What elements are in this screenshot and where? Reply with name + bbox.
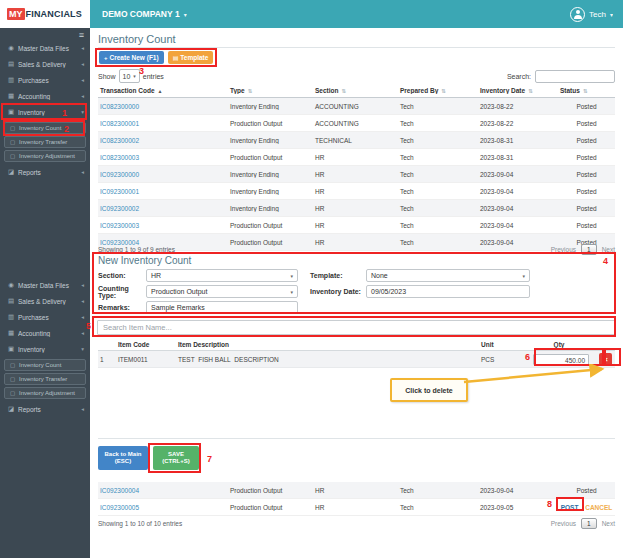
table-row: IC092300001 Inventory Ending HR Tech 202… bbox=[98, 183, 615, 200]
inventory-date-cell: 2023-08-31 bbox=[478, 154, 558, 161]
section-select[interactable]: HR ▾ bbox=[146, 269, 298, 282]
sidebar-item[interactable]: ▢ Inventory Count bbox=[4, 359, 86, 371]
sidebar-item-icon: ◪ bbox=[7, 168, 15, 176]
pagination-previous[interactable]: Previous bbox=[551, 520, 576, 527]
counting-type-select[interactable]: Production Output ▾ bbox=[146, 285, 298, 298]
section-cell: ACCOUNTING bbox=[313, 120, 398, 127]
column-header-inventory-date[interactable]: Inventory Date ⇅ bbox=[478, 87, 558, 94]
form-row: Section: HR ▾ Template: None ▾ bbox=[98, 269, 615, 282]
inventory-date-input[interactable]: 09/05/2023 bbox=[366, 285, 530, 298]
table-row: IC092300000 Inventory Ending HR Tech 202… bbox=[98, 166, 615, 183]
transaction-code-link[interactable]: IC092300003 bbox=[100, 222, 139, 229]
sidebar-item[interactable]: ◉ Master Data Files ◂ bbox=[0, 277, 90, 293]
page-length-select[interactable]: 10 ▾ bbox=[119, 69, 140, 83]
table-body: IC082300000 Inventory Ending ACCOUNTING … bbox=[98, 98, 615, 251]
section-cell: HR bbox=[313, 154, 398, 161]
top-navbar: DEMO COMPANY 1 ▾ Tech ▾ bbox=[90, 0, 623, 28]
sidebar-item-icon: ◉ bbox=[7, 281, 15, 289]
type-cell: Inventory Ending bbox=[228, 103, 313, 110]
sidebar-item[interactable]: ▣ Inventory ▾ bbox=[0, 341, 90, 357]
app-window: MY FINANCIALS DEMO COMPANY 1 ▾ Tech ▾ ≡ … bbox=[0, 0, 623, 558]
column-header-section[interactable]: Section ⇅ bbox=[313, 87, 398, 94]
chevron-icon: ◂ bbox=[81, 45, 84, 51]
inventory-date-label: Inventory Date: bbox=[310, 288, 366, 295]
section-cell: ACCOUNTING bbox=[313, 103, 398, 110]
transaction-code-link[interactable]: IC082300003 bbox=[100, 154, 139, 161]
sidebar-item-label: Inventory Count bbox=[19, 125, 78, 131]
sidebar-item-icon: ▢ bbox=[9, 376, 16, 382]
post-link[interactable]: POST bbox=[561, 504, 579, 511]
sidebar-item-icon: ◉ bbox=[7, 44, 15, 52]
create-new-button[interactable]: + Create New (F1) bbox=[99, 51, 164, 64]
sidebar-item[interactable]: ◪ Reports ◂ bbox=[0, 164, 90, 180]
transaction-code-link[interactable]: IC092300001 bbox=[100, 188, 139, 195]
page-title: Inventory Count bbox=[98, 33, 176, 45]
sidebar-item[interactable]: ▥ Purchases ◂ bbox=[0, 72, 90, 88]
sidebar-item[interactable]: ▢ Inventory Count bbox=[4, 122, 86, 134]
transaction-code-link[interactable]: IC092300004 bbox=[100, 487, 139, 494]
column-header-type[interactable]: Type ⇅ bbox=[228, 87, 313, 94]
sidebar-item-label: Inventory bbox=[18, 109, 78, 116]
item-description-header: Item Description bbox=[176, 341, 479, 348]
company-menu[interactable]: DEMO COMPANY 1 ▾ bbox=[102, 9, 187, 19]
transaction-code-link[interactable]: IC092300005 bbox=[100, 504, 139, 511]
counting-type-value: Production Output bbox=[151, 288, 207, 295]
sidebar-item-icon: ▢ bbox=[9, 125, 16, 131]
entries-label: entries bbox=[143, 73, 164, 80]
sidebar-item[interactable]: ◪ Reports ◂ bbox=[0, 401, 90, 417]
app-logo[interactable]: MY FINANCIALS bbox=[0, 0, 90, 28]
sidebar-item[interactable]: ▢ Inventory Transfer bbox=[4, 373, 86, 385]
actions-cell: × bbox=[597, 353, 615, 366]
transaction-code-link[interactable]: IC092300000 bbox=[100, 171, 139, 178]
transaction-code-link[interactable]: IC082300000 bbox=[100, 103, 139, 110]
sidebar: ≡ ◉ Master Data Files ◂ ▤ Sales & Delive… bbox=[0, 28, 90, 558]
pagination-previous[interactable]: Previous bbox=[551, 246, 576, 253]
delete-item-button[interactable]: × bbox=[599, 353, 612, 366]
template-select[interactable]: None ▾ bbox=[366, 269, 530, 282]
item-code-header: Item Code bbox=[116, 341, 176, 348]
sidebar-toggle-icon[interactable]: ≡ bbox=[79, 30, 84, 40]
pagination-page-1[interactable]: 1 bbox=[581, 244, 597, 255]
unit-header: Unit bbox=[479, 341, 521, 348]
column-label: Type bbox=[230, 87, 245, 94]
sidebar-item[interactable]: ▢ Inventory Adjustment bbox=[4, 387, 86, 399]
inventory-date-cell: 2023-09-04 bbox=[478, 222, 558, 229]
remarks-input[interactable]: Sample Remarks bbox=[146, 301, 298, 314]
sidebar-item[interactable]: ▣ Inventory ▾ bbox=[0, 104, 90, 120]
section-cell: HR bbox=[313, 487, 398, 494]
template-value: None bbox=[371, 272, 388, 279]
search-input[interactable] bbox=[535, 70, 615, 83]
cancel-link[interactable]: CANCEL bbox=[585, 504, 612, 511]
sidebar-item[interactable]: ▢ Inventory Adjustment bbox=[4, 150, 86, 162]
sidebar-item[interactable]: ▦ Accounting ◂ bbox=[0, 325, 90, 341]
sidebar-item-icon: ▥ bbox=[7, 76, 15, 84]
sidebar-item-icon: ▦ bbox=[7, 92, 15, 100]
pagination-next[interactable]: Next bbox=[602, 246, 615, 253]
qty-cell: 450.00 bbox=[521, 354, 597, 365]
transaction-code-link[interactable]: IC082300002 bbox=[100, 137, 139, 144]
column-header-transaction-code[interactable]: Transaction Code ▲ bbox=[98, 87, 228, 94]
document-icon: ▤ bbox=[173, 54, 179, 61]
qty-input[interactable]: 450.00 bbox=[533, 354, 589, 365]
transaction-code-link[interactable]: IC082300001 bbox=[100, 120, 139, 127]
table-header-row: Transaction Code ▲ Type ⇅ Section ⇅ Prep… bbox=[98, 84, 615, 98]
sidebar-item-label: Master Data Files bbox=[18, 45, 78, 52]
save-button[interactable]: SAVE (CTRL+S) bbox=[153, 446, 199, 470]
sidebar-item[interactable]: ▢ Inventory Transfer bbox=[4, 136, 86, 148]
template-button[interactable]: ▤ Template bbox=[168, 51, 214, 64]
sidebar-item[interactable]: ▤ Sales & Delivery ◂ bbox=[0, 293, 90, 309]
pagination-page-1[interactable]: 1 bbox=[581, 518, 597, 529]
sidebar-item[interactable]: ▤ Sales & Delivery ◂ bbox=[0, 56, 90, 72]
item-search-input[interactable] bbox=[97, 320, 615, 335]
user-menu[interactable]: Tech ▾ bbox=[570, 7, 613, 22]
transaction-code-link[interactable]: IC092300002 bbox=[100, 205, 139, 212]
sidebar-item[interactable]: ▦ Accounting ◂ bbox=[0, 88, 90, 104]
sidebar-item[interactable]: ◉ Master Data Files ◂ bbox=[0, 40, 90, 56]
sort-icon: ⇅ bbox=[583, 88, 588, 94]
chevron-icon: ◂ bbox=[81, 330, 84, 336]
back-to-main-button[interactable]: Back to Main (ESC) bbox=[98, 446, 148, 470]
column-header-status[interactable]: Status ⇅ bbox=[558, 87, 615, 94]
column-header-prepared-by[interactable]: Prepared By ⇅ bbox=[398, 87, 478, 94]
pagination-next[interactable]: Next bbox=[602, 520, 615, 527]
sidebar-item[interactable]: ▥ Purchases ◂ bbox=[0, 309, 90, 325]
